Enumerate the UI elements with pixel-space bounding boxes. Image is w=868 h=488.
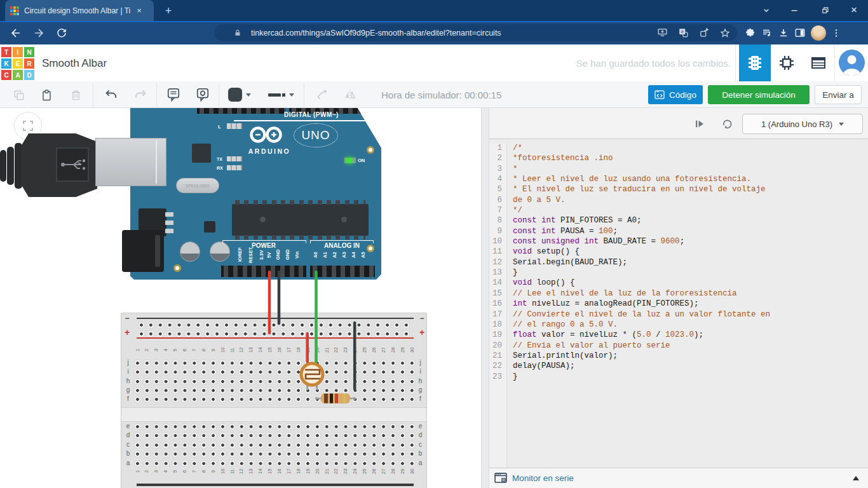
color-dropdown[interactable] [226,86,254,103]
code-button[interactable]: Código [648,85,703,104]
downloads-icon[interactable] [778,27,789,39]
media-playlist-icon[interactable] [761,27,773,39]
code-line[interactable]: 18// el rango 0 a 5.0 V. [489,320,868,330]
code-line[interactable]: 7*/ [489,205,868,215]
circuit-canvas[interactable]: DIGITAL (PWM~) L ARDUINO UNO TX RX ON SP… [0,108,481,488]
resistor-lead-end[interactable] [315,397,318,400]
line-number: 16 [489,299,507,309]
resistor-band[interactable] [335,394,338,403]
restart-simulation-icon[interactable] [719,116,736,132]
code-line[interactable]: 20// Envia el valor al puerto serie [489,341,868,351]
code-line[interactable]: 22delay(PAUSA); [489,361,868,371]
code-line[interactable]: 9const int PAUSA = 100; [489,226,868,236]
line-number: 13 [489,268,507,278]
browser-profile-avatar[interactable] [811,25,826,41]
code-button-label: Código [669,90,696,100]
code-line[interactable]: 12Serial.begin(BAUD_RATE); [489,257,868,268]
breadboard-view-button[interactable] [739,44,771,81]
tab-close-icon[interactable]: × [133,5,145,17]
chevron-down-icon [839,123,844,126]
header-separator [834,44,835,81]
flip-icon[interactable] [341,86,360,103]
resistor-band[interactable] [324,394,328,403]
side-panel-icon[interactable] [794,27,806,39]
bookmark-star-icon[interactable] [717,25,733,41]
tab-search-chevron-icon[interactable] [754,0,779,20]
code-line[interactable]: 4* Leer el nivel de luz usando una fotor… [489,174,868,184]
code-line[interactable]: 8const int PIN_FOTORES = A0; [489,215,868,226]
line-number: 5 [489,184,507,194]
reload-icon[interactable] [52,25,71,41]
url-text: tinkercad.com/things/aSwIOf9d9pE-smooth-… [251,29,501,37]
code-line[interactable]: 16int nivelLuz = analogRead(PIN_FOTORES)… [489,299,868,309]
wires-layer[interactable] [0,108,481,488]
delete-icon[interactable] [66,86,85,103]
browser-menu-kebab-icon[interactable] [831,28,841,38]
paste-icon[interactable] [37,86,56,103]
send-to-button[interactable]: Enviar a [815,85,862,104]
panel-resize-handle[interactable] [481,108,489,488]
debug-step-icon[interactable] [691,116,708,132]
component-list-view-button[interactable] [803,44,834,81]
code-line[interactable]: 1/* [489,143,868,153]
resistor-band[interactable] [343,394,346,403]
close-window-button[interactable]: × [841,0,867,20]
board-selector-label: 1 (Arduino Uno R3) [761,119,832,129]
extensions-puzzle-icon[interactable] [745,27,756,39]
rotate-icon[interactable] [313,86,332,103]
tab-title: Circuit design Smooth Albar | Ti [24,6,131,15]
install-icon[interactable] [654,25,670,41]
tinkercad-logo[interactable]: TINKERCAD [0,46,34,80]
serial-monitor-bar[interactable]: Monitor en serie [489,468,868,488]
code-line[interactable]: 2*fotoresistencia .ino [489,153,868,163]
code-line[interactable]: 23} [489,372,868,382]
redo-icon[interactable] [131,86,150,103]
tinkercad-account-avatar[interactable] [839,50,865,76]
resistor-band[interactable] [330,394,333,403]
serial-monitor-icon [494,473,507,484]
schematic-view-button[interactable] [771,44,803,81]
share-icon[interactable] [696,25,712,41]
line-number: 1 [489,143,507,153]
code-line[interactable]: 14void loop() { [489,278,868,288]
undo-icon[interactable] [102,86,121,103]
wire-style-dot [282,93,285,97]
simulator-time: Hora de simulador: 00:00:15 [381,90,501,100]
code-panel: 1 (Arduino Uno R3) 1/*2*fotoresistencia … [489,108,868,488]
save-status: Se han guardado todos los cambios. [489,58,731,69]
code-line[interactable]: 3* [489,164,868,174]
logo-tile [10,13,13,15]
restore-button[interactable] [812,0,837,20]
board-selector-dropdown[interactable]: 1 (Arduino Uno R3) [742,114,863,134]
code-line[interactable]: 13} [489,268,868,278]
forward-icon[interactable] [29,25,48,41]
code-line[interactable]: 11void setup() { [489,247,868,257]
code-line[interactable]: 21Serial.println(valor); [489,351,868,361]
minimize-button[interactable]: – [782,0,807,20]
stop-simulation-button[interactable]: Detener simulación [708,85,810,104]
code-line[interactable]: 6de 0 a 5 V. [489,195,868,205]
code-editor[interactable]: 1/*2*fotoresistencia .ino3*4* Leer el ni… [489,139,868,468]
new-tab-button[interactable]: + [160,3,177,19]
code-line[interactable]: 10const unsigned int BAUD_RATE = 9600; [489,236,868,247]
expand-monitor-caret-icon[interactable] [853,476,859,480]
logo-tile [13,10,16,12]
line-number: 14 [489,278,507,288]
back-icon[interactable] [6,25,25,41]
design-title[interactable]: Smooth Albar [42,57,107,70]
header-separator [735,44,736,81]
notes-icon[interactable] [164,86,183,103]
browser-tab[interactable]: Circuit design Smooth Albar | Ti × [5,0,154,21]
logo-tile: A [13,70,23,80]
code-line[interactable]: 5* El nivel de luz se traducira en un ni… [489,184,868,194]
send-to-label: Enviar a [822,90,854,100]
url-bar[interactable]: tinkercad.com/things/aSwIOf9d9pE-smooth-… [214,24,737,41]
resistor-lead-end[interactable] [353,397,356,400]
copy-icon[interactable] [9,86,28,103]
wire-style-dropdown[interactable] [266,86,296,103]
code-line[interactable]: 17// Convierte el nivel de la luz a un v… [489,309,868,320]
label-icon[interactable] [193,86,212,103]
code-line[interactable]: 19float valor = nivelLuz * (5.0 / 1023.0… [489,330,868,340]
code-line[interactable]: 15// Lee el nivel de la luz de la forore… [489,288,868,299]
translate-icon[interactable]: a [675,25,691,41]
